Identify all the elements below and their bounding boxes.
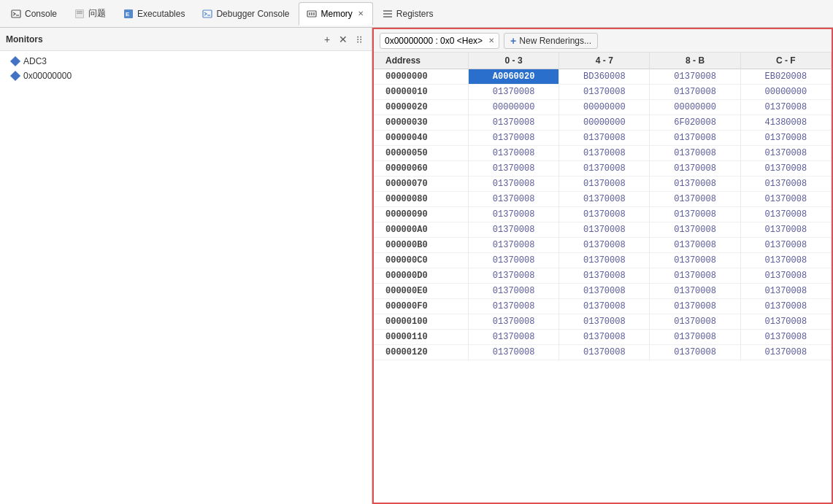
tab-console[interactable]: Console [3, 2, 65, 26]
memory-table-row[interactable]: 0000003001370008000000006F02000841380008 [374, 115, 832, 131]
memory-cell-value[interactable]: 01370008 [469, 131, 559, 146]
memory-cell-value[interactable]: 01370008 [559, 222, 650, 238]
memory-cell-value[interactable]: 01370008 [650, 238, 740, 253]
memory-cell-value[interactable]: 01370008 [559, 238, 650, 253]
memory-cell-value[interactable]: BD360008 [559, 69, 650, 85]
memory-cell-value[interactable]: 01370008 [559, 131, 650, 146]
monitors-more-button[interactable]: ⁝⁝ [353, 33, 366, 46]
memory-cell-value[interactable]: 01370008 [469, 299, 559, 314]
memory-cell-value[interactable]: 01370008 [559, 161, 650, 177]
memory-cell-value[interactable]: 01370008 [740, 177, 831, 192]
tab-executables[interactable]: E Executables [115, 2, 193, 26]
memory-cell-value[interactable]: 01370008 [559, 253, 650, 268]
memory-cell-value[interactable]: 01370008 [650, 222, 740, 238]
memory-cell-value[interactable]: 01370008 [650, 268, 740, 284]
memory-cell-value[interactable]: 01370008 [469, 330, 559, 345]
memory-cell-value[interactable]: 01370008 [469, 192, 559, 207]
monitors-remove-button[interactable]: ✕ [337, 33, 350, 46]
monitor-item-adc3[interactable]: ADC3 [0, 54, 372, 69]
memory-cell-value[interactable]: 01370008 [559, 314, 650, 330]
memory-cell-value[interactable]: 01370008 [650, 345, 740, 360]
memory-cell-value[interactable]: 01370008 [559, 85, 650, 100]
memory-cell-value[interactable]: 01370008 [740, 268, 831, 284]
memory-table-row[interactable]: 0000010001370008013700080137000801370008 [374, 314, 832, 330]
memory-cell-value[interactable]: 01370008 [740, 161, 831, 177]
memory-cell-value[interactable]: 00000000 [469, 100, 559, 115]
tab-problems[interactable]: 问题 [66, 2, 114, 26]
memory-cell-value[interactable]: 01370008 [650, 131, 740, 146]
new-rendering-button[interactable]: + New Renderings... [504, 33, 598, 49]
memory-cell-value[interactable]: 00000000 [559, 100, 650, 115]
memory-cell-value[interactable]: 01370008 [740, 284, 831, 299]
memory-cell-value[interactable]: 01370008 [469, 161, 559, 177]
memory-cell-value[interactable]: 01370008 [740, 330, 831, 345]
memory-cell-value[interactable]: 01370008 [650, 299, 740, 314]
memory-table-row[interactable]: 0000001001370008013700080137000800000000 [374, 85, 832, 100]
memory-table-row[interactable]: 0000002000000000000000000000000001370008 [374, 100, 832, 115]
memory-cell-value[interactable]: 01370008 [469, 115, 559, 131]
memory-cell-value[interactable]: 01370008 [650, 161, 740, 177]
memory-cell-value[interactable]: 01370008 [740, 314, 831, 330]
memory-cell-value[interactable]: 01370008 [559, 177, 650, 192]
memory-cell-value[interactable]: 01370008 [469, 207, 559, 222]
memory-address-tab[interactable]: 0x00000000 : 0x0 <Hex> ✕ [380, 33, 499, 49]
memory-cell-value[interactable]: 01370008 [650, 207, 740, 222]
memory-cell-value[interactable]: 01370008 [559, 207, 650, 222]
memory-cell-value[interactable]: 01370008 [740, 345, 831, 360]
memory-cell-value[interactable]: 01370008 [740, 131, 831, 146]
memory-cell-value[interactable]: 01370008 [469, 314, 559, 330]
memory-cell-value[interactable]: 01370008 [650, 330, 740, 345]
tab-memory-close-icon[interactable]: ✕ [356, 9, 365, 18]
memory-cell-value[interactable]: 01370008 [469, 284, 559, 299]
memory-cell-value[interactable]: 01370008 [469, 177, 559, 192]
memory-cell-value[interactable]: 01370008 [469, 238, 559, 253]
memory-table-row[interactable]: 0000006001370008013700080137000801370008 [374, 161, 832, 177]
memory-cell-value[interactable]: 01370008 [469, 146, 559, 161]
memory-cell-value[interactable]: 01370008 [469, 268, 559, 284]
memory-table-row[interactable]: 000000C001370008013700080137000801370008 [374, 253, 832, 268]
memory-table-row[interactable]: 0000004001370008013700080137000801370008 [374, 131, 832, 146]
memory-cell-value[interactable]: 01370008 [559, 284, 650, 299]
tab-registers[interactable]: Registers [375, 2, 442, 26]
memory-cell-value[interactable]: 01370008 [650, 177, 740, 192]
memory-cell-value[interactable]: 01370008 [650, 284, 740, 299]
memory-cell-value[interactable]: 01370008 [650, 146, 740, 161]
memory-cell-value[interactable]: 01370008 [740, 253, 831, 268]
memory-cell-value[interactable]: 00000000 [559, 115, 650, 131]
memory-cell-value[interactable]: 01370008 [469, 345, 559, 360]
memory-table-row[interactable]: 0000011001370008013700080137000801370008 [374, 330, 832, 345]
monitor-item-addr[interactable]: 0x00000000 [0, 69, 372, 83]
memory-cell-value[interactable]: 01370008 [740, 100, 831, 115]
memory-table-row[interactable]: 00000000A0060020BD36000801370008EB020008 [374, 69, 832, 85]
memory-cell-value[interactable]: 01370008 [559, 192, 650, 207]
memory-cell-value[interactable]: 01370008 [469, 222, 559, 238]
memory-cell-value[interactable]: 01370008 [740, 192, 831, 207]
memory-cell-value[interactable]: 01370008 [650, 314, 740, 330]
memory-cell-value[interactable]: 01370008 [740, 299, 831, 314]
memory-table-row[interactable]: 000000F001370008013700080137000801370008 [374, 299, 832, 314]
memory-table-row[interactable]: 0000008001370008013700080137000801370008 [374, 192, 832, 207]
memory-cell-value[interactable]: 01370008 [559, 299, 650, 314]
memory-cell-value[interactable]: 00000000 [650, 100, 740, 115]
memory-cell-value[interactable]: 01370008 [740, 238, 831, 253]
memory-address-tab-close-icon[interactable]: ✕ [488, 36, 494, 44]
memory-cell-value[interactable]: 01370008 [469, 85, 559, 100]
memory-cell-value[interactable]: 01370008 [740, 207, 831, 222]
memory-cell-value[interactable]: 01370008 [559, 330, 650, 345]
tab-debugger-console[interactable]: Debugger Console [194, 2, 297, 26]
memory-table-row[interactable]: 000000B001370008013700080137000801370008 [374, 238, 832, 253]
memory-cell-value[interactable]: 01370008 [559, 268, 650, 284]
memory-cell-value[interactable]: 01370008 [650, 253, 740, 268]
memory-cell-value[interactable]: 01370008 [559, 345, 650, 360]
monitors-add-button[interactable]: + [320, 33, 334, 46]
memory-table-row[interactable]: 0000005001370008013700080137000801370008 [374, 146, 832, 161]
tab-memory[interactable]: Memory ✕ [299, 2, 372, 26]
memory-table-row[interactable]: 0000012001370008013700080137000801370008 [374, 345, 832, 360]
memory-cell-value[interactable]: A0060020 [469, 69, 559, 85]
memory-cell-value[interactable]: 01370008 [650, 85, 740, 100]
memory-table-row[interactable]: 0000009001370008013700080137000801370008 [374, 207, 832, 222]
memory-cell-value[interactable]: EB020008 [740, 69, 831, 85]
memory-cell-value[interactable]: 01370008 [469, 253, 559, 268]
memory-cell-value[interactable]: 01370008 [559, 146, 650, 161]
memory-cell-value[interactable]: 01370008 [740, 146, 831, 161]
